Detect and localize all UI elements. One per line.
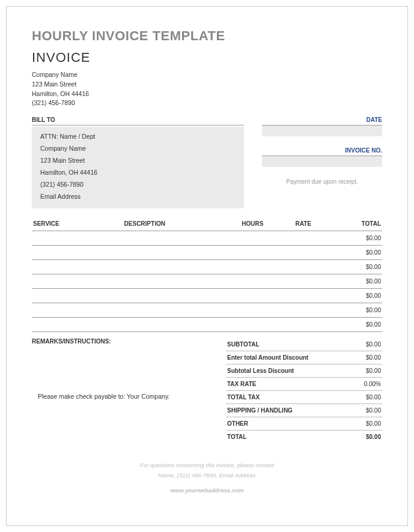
footer-line2: Name, (321) 456-7890, Email Address [32, 470, 382, 480]
other-label: OTHER [226, 417, 353, 431]
cell-total: $0.00 [330, 231, 382, 246]
cell-service[interactable] [32, 303, 123, 318]
line-item-row: $0.00 [32, 260, 382, 274]
subtotal-label: SUBTOTAL [226, 338, 353, 351]
line-item-row: $0.00 [32, 231, 382, 246]
col-service: SERVICE [32, 218, 123, 231]
cell-hours[interactable] [228, 274, 277, 289]
cell-rate[interactable] [277, 246, 329, 260]
other-value: $0.00 [353, 417, 382, 431]
cell-rate[interactable] [277, 303, 329, 318]
cell-hours[interactable] [228, 231, 277, 246]
cell-rate[interactable] [277, 260, 329, 274]
total-tax-label: TOTAL TAX [226, 391, 353, 404]
line-items-table: SERVICE DESCRIPTION HOURS RATE TOTAL $0.… [32, 218, 382, 332]
from-address: Company Name 123 Main Street Hamilton, O… [32, 70, 382, 108]
cell-service[interactable] [32, 231, 123, 246]
subtotal-value: $0.00 [353, 338, 382, 351]
from-phone: (321) 456-7890 [32, 98, 382, 108]
cell-rate[interactable] [277, 231, 329, 246]
remarks-label: REMARKS/INSTRUCTIONS: [32, 338, 214, 345]
cell-total: $0.00 [330, 246, 382, 260]
footer-line1: For questions concerning this invoice, p… [32, 460, 382, 470]
payable-note: Please make check payable to: Your Compa… [32, 393, 214, 400]
invoice-heading: INVOICE [32, 50, 382, 65]
cell-total: $0.00 [330, 303, 382, 318]
less-discount-label: Subtotal Less Discount [226, 364, 353, 378]
cell-total: $0.00 [330, 274, 382, 289]
cell-hours[interactable] [228, 289, 277, 303]
template-title: HOURLY INVOICE TEMPLATE [32, 28, 382, 44]
cell-total: $0.00 [330, 318, 382, 332]
total-tax-value: $0.00 [353, 391, 382, 404]
cell-rate[interactable] [277, 289, 329, 303]
from-street: 123 Main Street [32, 80, 382, 89]
bill-to-phone: (321) 456-7890 [40, 178, 236, 190]
tax-rate-label: TAX RATE [226, 378, 353, 391]
cell-hours[interactable] [228, 246, 277, 260]
cell-service[interactable] [32, 274, 123, 289]
cell-rate[interactable] [277, 274, 329, 289]
tax-rate-value: 0.00% [353, 378, 382, 391]
line-item-row: $0.00 [32, 318, 382, 332]
bill-to-city: Hamilton, OH 44416 [40, 166, 236, 178]
cell-hours[interactable] [228, 318, 277, 332]
cell-service[interactable] [32, 289, 123, 303]
cell-hours[interactable] [228, 260, 277, 274]
footer-web: www.yourwebaddress.com [32, 485, 382, 495]
bill-to-company: Company Name [40, 142, 236, 154]
shipping-label: SHIPPING / HANDLING [226, 404, 353, 417]
payment-note: Payment due upon receipt. [262, 178, 382, 186]
cell-hours[interactable] [228, 303, 277, 318]
cell-description[interactable] [123, 231, 228, 246]
discount-label: Enter total Amount Discount [226, 351, 353, 364]
cell-service[interactable] [32, 318, 123, 332]
col-rate: RATE [277, 218, 329, 231]
shipping-value: $0.00 [353, 404, 382, 417]
invoice-no-field[interactable] [262, 156, 382, 167]
discount-value: $0.00 [353, 351, 382, 364]
date-field[interactable] [262, 125, 382, 136]
footer: For questions concerning this invoice, p… [32, 460, 382, 495]
grand-total-value: $0.00 [353, 431, 382, 444]
col-total: TOTAL [330, 218, 382, 231]
line-item-row: $0.00 [32, 274, 382, 289]
less-discount-value: $0.00 [353, 364, 382, 378]
bill-to-label: BILL TO [32, 116, 244, 125]
date-label: DATE [262, 116, 382, 125]
bill-to-box: ATTN: Name / Dept Company Name 123 Main … [32, 127, 244, 208]
cell-description[interactable] [123, 274, 228, 289]
grand-total-label: TOTAL [226, 431, 353, 444]
cell-description[interactable] [123, 289, 228, 303]
cell-rate[interactable] [277, 318, 329, 332]
cell-total: $0.00 [330, 289, 382, 303]
line-item-row: $0.00 [32, 246, 382, 260]
invoice-no-label: INVOICE NO. [262, 147, 382, 156]
line-item-row: $0.00 [32, 303, 382, 318]
bill-to-attn: ATTN: Name / Dept [40, 130, 236, 142]
summary-table: SUBTOTAL$0.00 Enter total Amount Discoun… [226, 338, 382, 443]
cell-description[interactable] [123, 303, 228, 318]
cell-description[interactable] [123, 246, 228, 260]
bill-to-street: 123 Main Street [40, 154, 236, 166]
from-city: Hamilton, OH 44416 [32, 89, 382, 99]
cell-service[interactable] [32, 260, 123, 274]
bill-to-email: Email Address [40, 190, 236, 202]
line-item-row: $0.00 [32, 289, 382, 303]
invoice-page: HOURLY INVOICE TEMPLATE INVOICE Company … [6, 6, 408, 526]
cell-total: $0.00 [330, 260, 382, 274]
cell-description[interactable] [123, 260, 228, 274]
col-description: DESCRIPTION [123, 218, 228, 231]
cell-service[interactable] [32, 246, 123, 260]
col-hours: HOURS [228, 218, 277, 231]
from-company: Company Name [32, 70, 382, 80]
cell-description[interactable] [123, 318, 228, 332]
